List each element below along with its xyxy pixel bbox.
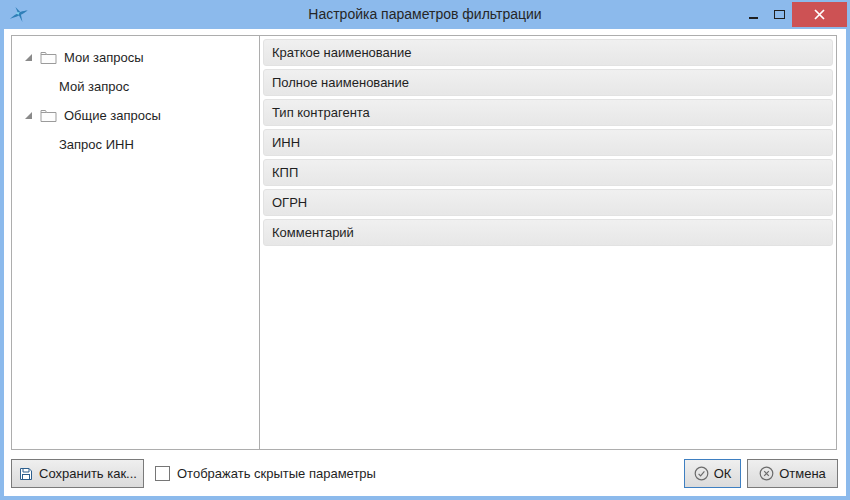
ok-button[interactable]: ОК (684, 459, 741, 488)
tree-node-shared-queries[interactable]: Общие запросы (12, 101, 259, 130)
tree-node-my-query[interactable]: Мой запрос (12, 72, 259, 101)
tree-node-label: Запрос ИНН (59, 137, 134, 152)
expander-icon[interactable] (25, 112, 32, 119)
title-bar: Настройка параметров фильтрации (0, 0, 850, 29)
tree-node-label: Общие запросы (64, 108, 161, 123)
tree-node-label: Мои запросы (64, 50, 144, 65)
parameter-row[interactable]: Комментарий (263, 219, 833, 246)
query-tree: Мои запросы Мой запрос Общие запросы Зап… (12, 36, 260, 449)
tree-node-my-queries[interactable]: Мои запросы (12, 43, 259, 72)
expander-icon[interactable] (25, 54, 32, 61)
close-icon (814, 9, 825, 20)
parameter-row[interactable]: ИНН (263, 129, 833, 156)
parameter-row[interactable]: Краткое наименование (263, 39, 833, 66)
window-title: Настройка параметров фильтрации (0, 0, 850, 29)
window-controls (740, 0, 847, 29)
filter-settings-dialog: Настройка параметров фильтрации (0, 0, 850, 500)
cancel-button[interactable]: Отмена (747, 459, 838, 488)
save-as-button[interactable]: Сохранить как... (11, 459, 144, 488)
tree-node-label: Мой запрос (59, 79, 129, 94)
parameter-row[interactable]: ОГРН (263, 189, 833, 216)
maximize-button[interactable] (766, 0, 792, 29)
minimize-icon (749, 17, 758, 19)
parameter-list: Краткое наименование Полное наименование… (260, 36, 836, 449)
save-icon (18, 466, 34, 482)
show-hidden-checkbox[interactable] (155, 466, 170, 481)
ok-check-icon (694, 466, 709, 481)
dialog-body: Мои запросы Мой запрос Общие запросы Зап… (4, 29, 846, 496)
ok-label: ОК (714, 466, 732, 481)
cancel-cross-icon (759, 466, 774, 481)
save-as-label: Сохранить как... (39, 466, 137, 481)
minimize-button[interactable] (740, 0, 766, 29)
folder-icon (40, 109, 57, 122)
tree-node-inn-query[interactable]: Запрос ИНН (12, 130, 259, 159)
folder-icon (40, 51, 57, 64)
content-panel: Мои запросы Мой запрос Общие запросы Зап… (11, 35, 837, 450)
parameter-row[interactable]: Тип контрагента (263, 99, 833, 126)
close-button[interactable] (792, 2, 847, 27)
cancel-label: Отмена (779, 466, 826, 481)
maximize-icon (774, 10, 785, 19)
parameter-row[interactable]: КПП (263, 159, 833, 186)
show-hidden-label: Отображать скрытые параметры (177, 459, 376, 488)
parameter-row[interactable]: Полное наименование (263, 69, 833, 96)
